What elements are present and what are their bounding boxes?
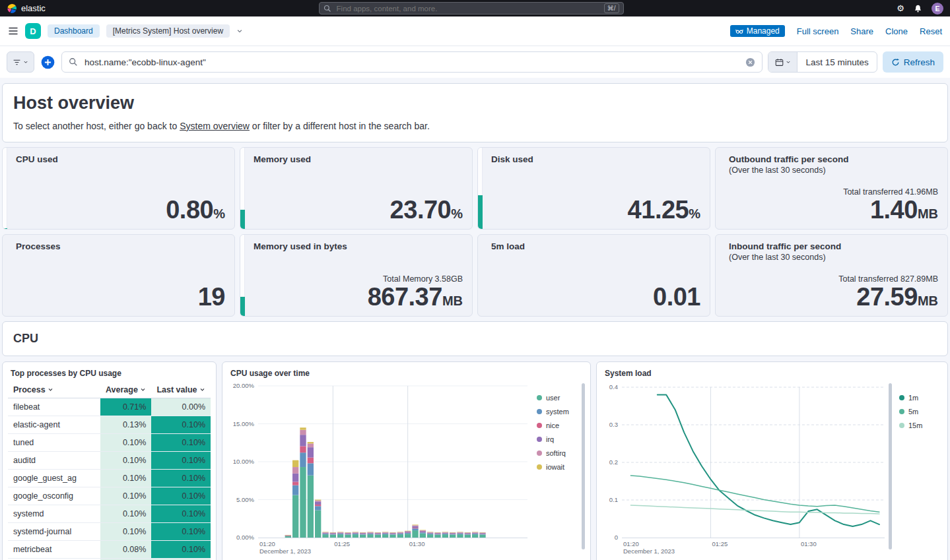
legend-label: softirq <box>546 449 566 457</box>
breadcrumb-current[interactable]: [Metrics System] Host overview <box>106 24 230 38</box>
column-header-last-value[interactable]: Last value <box>151 382 211 398</box>
alerts-bell-icon[interactable] <box>914 4 922 13</box>
legend-dot <box>899 423 904 428</box>
metric-unit: MB <box>918 294 938 308</box>
metric-value-row: 23.70% <box>390 197 463 224</box>
breadcrumb-dashboard[interactable]: Dashboard <box>48 24 100 38</box>
table-row: filebeat0.71%0.00% <box>8 398 211 416</box>
legend-item-iowait[interactable]: iowait <box>537 463 569 471</box>
metric-progress-track <box>3 148 7 229</box>
process-name-cell: elastic-agent <box>8 416 100 434</box>
metric-bottom: 0.80% <box>166 197 225 224</box>
filter-bar: Last 15 minutes Refresh <box>0 46 950 78</box>
process-name-cell: tuned <box>8 434 100 452</box>
scrollbar[interactable] <box>582 383 585 549</box>
legend-item-1m[interactable]: 1m <box>899 394 922 402</box>
metric-secondary: Total transferred 827.89MB <box>838 274 938 284</box>
column-header-process[interactable]: Process <box>8 382 100 398</box>
calendar-button[interactable] <box>768 52 797 72</box>
metric-card: Processes19 <box>2 234 235 317</box>
svg-text:0.4: 0.4 <box>609 383 618 390</box>
legend-item-irq[interactable]: irq <box>537 435 569 443</box>
global-search-input[interactable] <box>335 4 600 13</box>
query-input[interactable] <box>83 57 740 68</box>
elastic-brand[interactable]: elastic <box>7 3 46 14</box>
query-bar <box>61 51 763 73</box>
space-avatar[interactable]: D <box>25 23 41 39</box>
metric-title: CPU used <box>16 154 225 164</box>
metric-bottom: Total Memory 3.58GB867.37MB <box>368 274 463 311</box>
metric-value: 1.40 <box>870 196 918 224</box>
average-cell: 0.71% <box>100 398 151 416</box>
svg-text:01:25: 01:25 <box>712 540 728 547</box>
column-header-average[interactable]: Average <box>100 382 151 398</box>
last-value-cell: 0.10% <box>151 416 211 434</box>
clone-button[interactable]: Clone <box>885 26 908 36</box>
svg-text:0.3: 0.3 <box>609 421 618 428</box>
average-cell: 0.08% <box>100 541 151 559</box>
clear-query-icon[interactable] <box>745 57 755 67</box>
metric-unit: MB <box>442 294 463 308</box>
settings-gear-icon[interactable]: ⚙ <box>897 4 904 13</box>
legend-item-nice[interactable]: nice <box>537 421 569 429</box>
legend-label: nice <box>546 421 559 429</box>
cpu-usage-chart-area: 0.00%5.00%10.00%15.00%20.00%01:20Decembe… <box>228 382 585 560</box>
system-overview-link[interactable]: System overview <box>180 121 250 131</box>
metric-secondary: Total transferred 41.96MB <box>843 187 938 197</box>
refresh-icon <box>891 58 900 67</box>
filter-menu-button[interactable] <box>7 51 34 73</box>
metric-card: Inbound traffic per second(Over the last… <box>715 234 948 317</box>
metric-title: Processes <box>16 241 225 251</box>
chevron-down-icon[interactable] <box>236 28 243 34</box>
scrollbar[interactable] <box>889 383 892 549</box>
average-cell: 0.10% <box>100 487 151 505</box>
metric-card: Disk used41.25% <box>477 147 710 230</box>
menu-icon[interactable] <box>8 26 18 36</box>
add-filter-button[interactable] <box>40 55 56 69</box>
refresh-button[interactable]: Refresh <box>883 51 943 73</box>
metric-value: 0.80 <box>166 196 213 224</box>
managed-badge[interactable]: Managed <box>730 25 785 37</box>
plus-icon <box>41 55 55 69</box>
process-table-title: Top processes by CPU usage <box>11 369 211 378</box>
svg-text:01:30: 01:30 <box>409 540 425 547</box>
global-search[interactable]: ⌘/ <box>319 2 624 15</box>
chevron-down-icon <box>48 387 53 392</box>
legend-label: 5m <box>908 408 918 416</box>
full-screen-button[interactable]: Full screen <box>797 26 839 36</box>
legend-dot <box>899 395 904 400</box>
chevron-down-icon <box>199 387 205 392</box>
last-value-cell: 0.10% <box>151 470 211 487</box>
cpu-usage-legend: usersystemniceirqsoftirqiowait <box>533 382 569 471</box>
process-name-cell: metricbeat <box>8 541 100 559</box>
user-avatar[interactable]: E <box>932 3 943 15</box>
metric-bottom: 41.25% <box>628 197 700 224</box>
legend-dot <box>899 409 904 414</box>
time-range-label[interactable]: Last 15 minutes <box>797 57 876 67</box>
process-table: Process Average Last value filebeat0.71%… <box>8 382 211 560</box>
metric-title: Outbound traffic per second <box>729 154 938 164</box>
process-name-cell: systemd-journal <box>8 523 100 541</box>
legend-label: iowait <box>546 463 564 471</box>
legend-item-user[interactable]: user <box>537 394 569 402</box>
svg-text:20.00%: 20.00% <box>233 382 255 389</box>
share-button[interactable]: Share <box>850 26 873 36</box>
metric-value: 0.01 <box>653 283 700 311</box>
chevron-down-icon <box>786 59 791 65</box>
description-suffix: or filter by a different host in the sea… <box>250 121 430 131</box>
average-cell: 0.10% <box>100 452 151 470</box>
svg-text:0: 0 <box>615 534 618 541</box>
metric-progress-fill <box>478 195 483 229</box>
legend-item-5m[interactable]: 5m <box>899 408 922 416</box>
calendar-icon <box>775 58 784 67</box>
metric-title: Inbound traffic per second <box>729 241 938 251</box>
reset-button[interactable]: Reset <box>920 26 942 36</box>
legend-item-15m[interactable]: 15m <box>899 421 922 429</box>
elastic-logo <box>7 3 17 14</box>
legend-item-softirq[interactable]: softirq <box>537 449 569 457</box>
metric-value-row: 41.25% <box>628 197 700 224</box>
svg-text:December 1, 2023: December 1, 2023 <box>623 547 675 555</box>
legend-label: irq <box>546 435 554 443</box>
legend-item-system[interactable]: system <box>537 408 569 416</box>
table-row: elastic-agent0.13%0.10% <box>8 416 211 434</box>
